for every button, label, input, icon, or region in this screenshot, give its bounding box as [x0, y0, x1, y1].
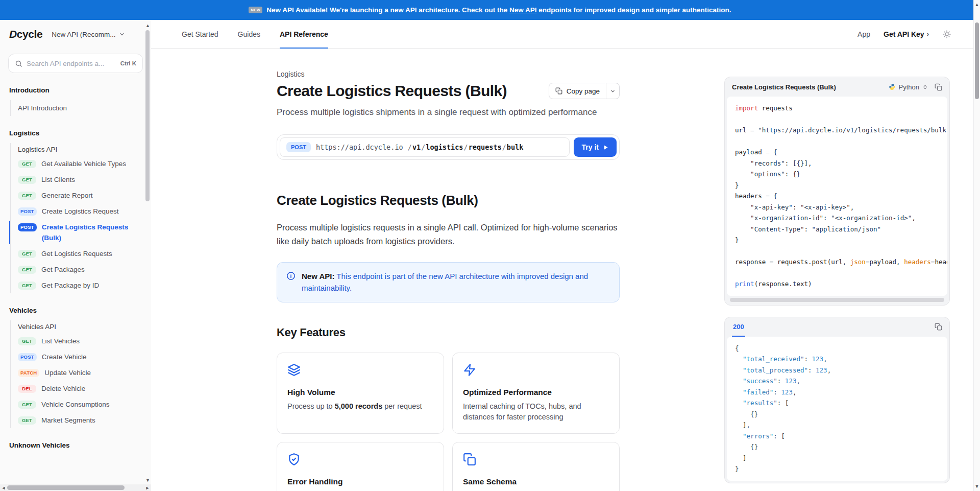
sidebar-section-title: Introduction — [9, 86, 146, 94]
path-separator: / — [502, 143, 507, 151]
code-line: "x-organization-id": "<x-organization-id… — [735, 213, 939, 224]
feature-card: Optimized PerformanceInternal caching of… — [452, 353, 620, 434]
response-line: {} — [735, 409, 939, 420]
logo[interactable]: Dcycle — [9, 28, 42, 40]
copy-page-button-group: Copy page — [549, 83, 620, 99]
sidebar-item-list-clients[interactable]: GETList Clients — [18, 172, 146, 188]
sidebar-item-create-logistics-request[interactable]: POSTCreate Logistics Request — [18, 203, 146, 219]
code-panel: Create Logistics Requests (Bulk) Python … — [724, 77, 950, 306]
sidebar-item-get-packages[interactable]: GETGet Packages — [18, 262, 146, 277]
scroll-down-arrow-icon[interactable]: ▼ — [974, 484, 980, 489]
sidebar-item-update-vehicle[interactable]: PATCHUpdate Vehicle — [18, 365, 146, 381]
path-separator: / — [463, 143, 468, 151]
sidebar-hscroll-thumb[interactable] — [7, 485, 125, 490]
method-badge: GET — [18, 160, 36, 168]
search-input[interactable]: Search API endpoints a... Ctrl K — [8, 54, 143, 73]
features-heading: Key Features — [277, 326, 620, 339]
section-heading: Create Logistics Requests (Bulk) — [277, 193, 620, 208]
sidebar-horizontal-scrollbar[interactable]: ◄ ► — [0, 484, 151, 491]
sidebar-item-vehicle-consumptions[interactable]: GETVehicle Consumptions — [18, 396, 146, 412]
theme-toggle-button[interactable] — [942, 30, 951, 39]
sidebar: Dcycle New API (Recomm... Search API end… — [0, 20, 151, 491]
code-horizontal-scrollbar[interactable] — [730, 298, 944, 302]
chevron-down-icon — [610, 88, 616, 94]
sidebar-group-label[interactable]: Logistics API — [18, 143, 146, 156]
banner-new-api-link[interactable]: New API — [509, 6, 537, 14]
copy-page-button[interactable]: Copy page — [549, 83, 606, 99]
sidebar-item-create-logistics-requests-bulk-[interactable]: POSTCreate Logistics Requests (Bulk) — [18, 219, 146, 246]
method-badge: DEL — [18, 385, 36, 393]
sidebar-item-get-package-by-id[interactable]: GETGet Package by ID — [18, 277, 146, 293]
code-line: import requests — [735, 103, 939, 114]
sidebar-scroll-thumb[interactable] — [145, 30, 150, 201]
copy-page-dropdown[interactable] — [606, 83, 619, 99]
get-api-key-button[interactable]: Get API Key › — [884, 30, 929, 38]
feature-card: Error Handling — [277, 442, 444, 491]
scroll-down-arrow-icon[interactable]: ▼ — [145, 478, 150, 483]
feature-card-body: Process up to 5,000 records per request — [287, 401, 433, 412]
code-line: url = "https://api.dcycle.io/v1/logistic… — [735, 125, 939, 136]
tab-api-reference[interactable]: API Reference — [280, 20, 328, 48]
page-scroll-thumb[interactable] — [975, 22, 979, 99]
sidebar-item-delete-vehicle[interactable]: DELDelete Vehicle — [18, 381, 146, 396]
version-selector[interactable]: New API (Recomm... — [52, 31, 125, 38]
sidebar-nav: IntroductionAPI IntroductionLogisticsLog… — [0, 86, 151, 449]
section-body: Process multiple logistics requests in a… — [277, 221, 620, 248]
response-line: "failed": 123, — [735, 387, 939, 398]
python-icon — [889, 83, 896, 90]
sidebar-item-get-logistics-requests[interactable]: GETGet Logistics Requests — [18, 246, 146, 262]
method-badge: GET — [18, 282, 36, 290]
copy-icon — [463, 453, 609, 468]
tab-get-started[interactable]: Get Started — [182, 20, 218, 48]
response-tab-200[interactable]: 200 — [732, 317, 745, 337]
article: Logistics Create Logistics Requests (Bul… — [277, 49, 620, 491]
code-line: } — [735, 235, 939, 246]
scroll-up-arrow-icon[interactable]: ▲ — [974, 2, 980, 7]
copy-icon — [935, 323, 942, 331]
method-badge: POST — [18, 353, 37, 361]
sidebar-item-api-introduction[interactable]: API Introduction — [18, 100, 146, 116]
sidebar-section-title: Vehicles — [9, 307, 146, 314]
sidebar-item-list-vehicles[interactable]: GETList Vehicles — [18, 333, 146, 349]
nav-links: Get StartedGuidesAPI Reference — [182, 20, 328, 48]
callout-text: This endpoint is part of the new API arc… — [302, 272, 588, 292]
breadcrumb[interactable]: Logistics — [277, 70, 620, 78]
code-rail: Create Logistics Requests (Bulk) Python … — [724, 49, 950, 491]
sidebar-group-label[interactable]: Vehicles API — [18, 320, 146, 333]
sidebar-item-label: Market Segments — [41, 415, 95, 426]
tab-guides[interactable]: Guides — [238, 20, 260, 48]
code-copy-button[interactable] — [931, 80, 945, 94]
feature-card: Same Schema — [452, 442, 620, 491]
sidebar-item-label: Create Vehicle — [42, 352, 87, 362]
sidebar-vertical-scrollbar[interactable]: ▲ ▼ — [144, 20, 151, 491]
sidebar-item-get-available-vehicle-types[interactable]: GETGet Available Vehicle Types — [18, 156, 146, 172]
scroll-up-arrow-icon[interactable]: ▲ — [145, 23, 150, 28]
scroll-right-arrow-icon[interactable]: ► — [144, 485, 151, 490]
banner-text: New API Available! We're launching a new… — [266, 6, 731, 14]
sidebar-section-title: Unknown Vehicles — [9, 441, 146, 449]
endpoint-url-text: https://api.dcycle.io /v1/logistics/requ… — [316, 143, 523, 151]
method-badge: GET — [18, 266, 36, 274]
page-scrollbar[interactable]: ▲ ▼ — [973, 0, 980, 491]
sun-icon — [942, 30, 951, 39]
response-copy-button[interactable] — [931, 320, 945, 334]
code-line: } — [735, 180, 939, 191]
try-it-button[interactable]: Try it — [574, 137, 617, 157]
endpoint-url: POST https://api.dcycle.io /v1/logistics… — [280, 137, 570, 157]
code-line — [735, 114, 939, 125]
sidebar-item-generate-report[interactable]: GETGenerate Report — [18, 188, 146, 203]
code-line: "x-api-key": "<x-api-key>", — [735, 202, 939, 213]
feature-card-body: Internal caching of TOCs, hubs, and dist… — [463, 401, 609, 424]
response-line: "total_received": 123, — [735, 354, 939, 365]
sidebar-item-create-vehicle[interactable]: POSTCreate Vehicle — [18, 349, 146, 365]
chevron-right-icon: › — [927, 30, 929, 38]
sidebar-item-label: Get Available Vehicle Types — [41, 158, 126, 169]
endpoint-bar: POST https://api.dcycle.io /v1/logistics… — [277, 134, 620, 160]
method-badge: POST — [18, 223, 37, 231]
new-api-callout: New API: This endpoint is part of the ne… — [277, 262, 620, 302]
scroll-left-arrow-icon[interactable]: ◄ — [0, 485, 7, 490]
sidebar-item-market-segments[interactable]: GETMarket Segments — [18, 412, 146, 428]
nav-app-link[interactable]: App — [857, 30, 870, 38]
language-selector[interactable]: Python — [886, 81, 931, 93]
sidebar-item-label: API Introduction — [18, 103, 67, 113]
